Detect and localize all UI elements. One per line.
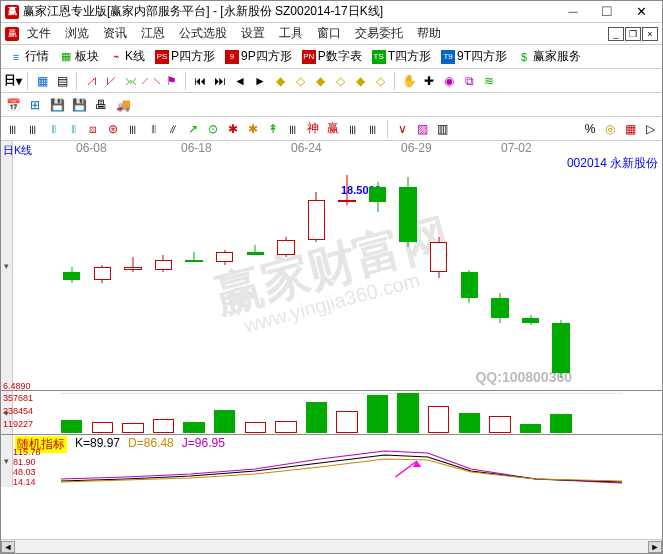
scroll-right-button[interactable]: ► xyxy=(648,541,662,553)
kline-chart[interactable]: ▾ 日K线 06-08 06-18 06-24 06-29 07-02 0020… xyxy=(1,141,662,391)
vol-ylabel: 357681 xyxy=(3,393,33,403)
print-icon[interactable]: 🖶 xyxy=(93,97,109,113)
minimize-button[interactable]: ─ xyxy=(556,2,590,22)
list-icon[interactable]: ▤ xyxy=(54,73,70,89)
x-axis: 06-08 06-18 06-24 06-29 07-02 xyxy=(1,141,662,155)
diamond2-icon[interactable]: ◇ xyxy=(292,73,308,89)
tb-9tsquare[interactable]: T99T四方形 xyxy=(437,46,511,67)
menu-settings[interactable]: 设置 xyxy=(235,23,271,44)
volume-chart[interactable]: ▾ 6.4890 357681 238454 119227 xyxy=(1,391,662,435)
dt21-icon[interactable]: ▨ xyxy=(414,121,430,137)
dt1-icon[interactable]: ⫼ xyxy=(5,121,21,137)
kdj-ylabel: 14.14 xyxy=(13,477,36,487)
wave3-icon[interactable]: ⩙ xyxy=(123,73,139,89)
dt19-icon[interactable]: ⫼ xyxy=(365,121,381,137)
menu-gann[interactable]: 江恩 xyxy=(135,23,171,44)
tb-service[interactable]: $赢家服务 xyxy=(513,46,585,67)
dt10-icon[interactable]: ↗ xyxy=(185,121,201,137)
tb-sector[interactable]: ▦板块 xyxy=(55,46,103,67)
dt20-icon[interactable]: ∨ xyxy=(394,121,410,137)
diamond3-icon[interactable]: ◆ xyxy=(312,73,328,89)
tb-tsquare[interactable]: TST四方形 xyxy=(368,46,435,67)
diamond6-icon[interactable]: ◇ xyxy=(372,73,388,89)
link-icon[interactable]: ⧉ xyxy=(461,73,477,89)
diamond1-icon[interactable]: ◆ xyxy=(272,73,288,89)
window-title: 赢家江恩专业版[赢家内部服务平台] - [永新股份 SZ002014-17日K线… xyxy=(23,3,556,20)
dt6-icon[interactable]: ⊛ xyxy=(105,121,121,137)
hand-icon[interactable]: ✋ xyxy=(401,73,417,89)
dt11-icon[interactable]: ⊙ xyxy=(205,121,221,137)
maximize-button[interactable]: ☐ xyxy=(590,2,624,22)
menu-news[interactable]: 资讯 xyxy=(97,23,133,44)
calc-icon[interactable]: ⊞ xyxy=(27,97,43,113)
kdj-plot xyxy=(61,449,622,485)
close-button[interactable]: ✕ xyxy=(624,2,658,22)
menu-file[interactable]: 文件 xyxy=(21,23,57,44)
wave2-icon[interactable]: ⩗ xyxy=(103,73,119,89)
disk-icon[interactable]: 💾 xyxy=(49,97,65,113)
save-icon[interactable]: 💾 xyxy=(71,97,87,113)
dt16-icon[interactable]: 神 xyxy=(305,121,321,137)
dt9-icon[interactable]: ⫽ xyxy=(165,121,181,137)
dt14-icon[interactable]: ↟ xyxy=(265,121,281,137)
target-icon[interactable]: ◉ xyxy=(441,73,457,89)
dt18-icon[interactable]: ⫼ xyxy=(345,121,361,137)
menu-help[interactable]: 帮助 xyxy=(411,23,447,44)
kdj-chart[interactable]: ▾ 随机指标 K=89.97 D=86.48 J=96.95 115.78 81… xyxy=(1,435,662,487)
vol-ylabel: 119227 xyxy=(3,419,33,429)
tb-psquare[interactable]: PSP四方形 xyxy=(151,46,219,67)
tb-quote[interactable]: ≡行情 xyxy=(5,46,53,67)
dt22-icon[interactable]: ▥ xyxy=(434,121,450,137)
dt7-icon[interactable]: ⫼ xyxy=(125,121,141,137)
tb-9psquare[interactable]: 99P四方形 xyxy=(221,46,296,67)
dt2-icon[interactable]: ⫼ xyxy=(25,121,41,137)
volume-bars xyxy=(61,393,622,433)
toolbar-main: ≡行情 ▦板块 ⌁K线 PSP四方形 99P四方形 PNP数字表 TST四方形 … xyxy=(1,45,662,69)
kdj-ylabel: 81.90 xyxy=(13,457,36,467)
dt13-icon[interactable]: ✱ xyxy=(245,121,261,137)
grid-icon[interactable]: ▦ xyxy=(34,73,50,89)
more-icon[interactable]: ≋ xyxy=(481,73,497,89)
dt12-icon[interactable]: ✱ xyxy=(225,121,241,137)
dt8-icon[interactable]: ⫴ xyxy=(145,121,161,137)
last-icon[interactable]: ⏭ xyxy=(212,73,228,89)
grid2-icon[interactable]: ▦ xyxy=(622,121,638,137)
prev-icon[interactable]: ◄ xyxy=(232,73,248,89)
tb-pnumber[interactable]: PNP数字表 xyxy=(298,46,366,67)
period-day[interactable]: 日▾ xyxy=(5,73,21,89)
dt3-icon[interactable]: ⫴ xyxy=(45,121,61,137)
diamond5-icon[interactable]: ◆ xyxy=(352,73,368,89)
scroll-left-button[interactable]: ◄ xyxy=(1,541,15,553)
app-menu-icon[interactable]: 赢 xyxy=(5,27,19,41)
mdi-restore-button[interactable]: ❐ xyxy=(625,27,641,41)
truck-icon[interactable]: 🚚 xyxy=(115,97,131,113)
ind-collapse-left[interactable]: ▾ xyxy=(1,435,13,487)
dt5-icon[interactable]: ⧇ xyxy=(85,121,101,137)
dt15-icon[interactable]: ⫼ xyxy=(285,121,301,137)
mdi-minimize-button[interactable]: _ xyxy=(608,27,624,41)
next-icon[interactable]: ► xyxy=(252,73,268,89)
wave1-icon[interactable]: ⩘ xyxy=(83,73,99,89)
percent-icon[interactable]: % xyxy=(582,121,598,137)
first-icon[interactable]: ⏮ xyxy=(192,73,208,89)
chart-collapse-left[interactable]: ▾ xyxy=(1,141,13,390)
menu-window[interactable]: 窗口 xyxy=(311,23,347,44)
dt4-icon[interactable]: ⫴ xyxy=(65,121,81,137)
vol-ylabel: 6.4890 xyxy=(3,381,31,391)
menu-formula[interactable]: 公式选股 xyxy=(173,23,233,44)
flag-icon[interactable]: ⚑ xyxy=(163,73,179,89)
right-icon[interactable]: ▷ xyxy=(642,121,658,137)
fork-icon[interactable]: ⟋⟍ xyxy=(143,73,159,89)
scrollbar-horizontal[interactable]: ◄ ► xyxy=(1,539,662,553)
menu-tools[interactable]: 工具 xyxy=(273,23,309,44)
tb-kline[interactable]: ⌁K线 xyxy=(105,46,149,67)
dt17-icon[interactable]: 赢 xyxy=(325,121,341,137)
candle-container xyxy=(61,161,622,388)
calendar-icon[interactable]: 📅 xyxy=(5,97,21,113)
diamond4-icon[interactable]: ◇ xyxy=(332,73,348,89)
menu-trade[interactable]: 交易委托 xyxy=(349,23,409,44)
menu-browse[interactable]: 浏览 xyxy=(59,23,95,44)
mdi-close-button[interactable]: × xyxy=(642,27,658,41)
cross-icon[interactable]: ✚ xyxy=(421,73,437,89)
ring-icon[interactable]: ◎ xyxy=(602,121,618,137)
